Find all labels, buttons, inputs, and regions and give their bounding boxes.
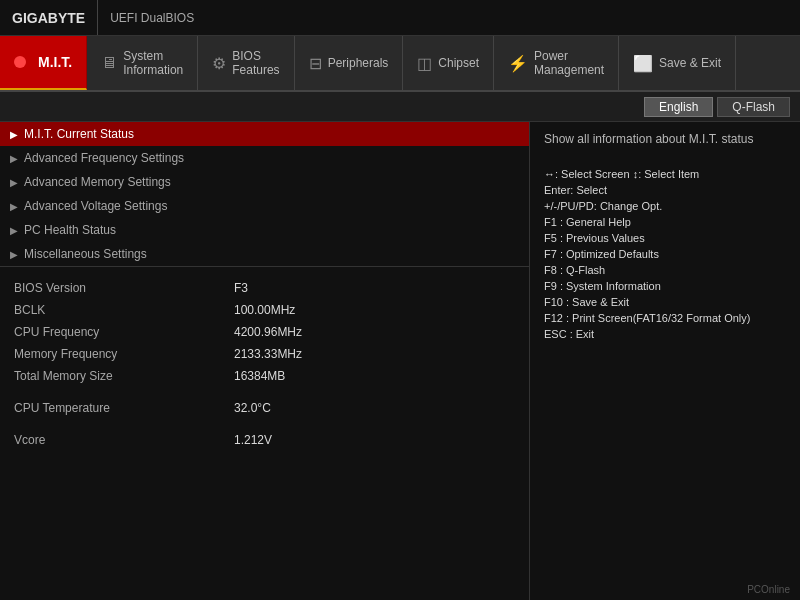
arrow-icon-4: ▶ xyxy=(10,225,18,236)
watermark-text: PCOnline xyxy=(747,584,790,595)
right-panel: Show all information about M.I.T. status… xyxy=(530,122,800,600)
bclk-label: BCLK xyxy=(14,303,234,317)
help-f10: F10 : Save & Exit xyxy=(544,294,786,310)
info-row-cpu-freq: CPU Frequency 4200.96MHz xyxy=(14,321,515,343)
top-bar: GIGABYTE UEFI DualBIOS xyxy=(0,0,800,36)
key-f9: F9 : System Information xyxy=(544,280,661,292)
english-button[interactable]: English xyxy=(644,97,713,117)
menu-item-misc-settings[interactable]: ▶ Miscellaneous Settings xyxy=(0,242,529,266)
bios-version-label: BIOS Version xyxy=(14,281,234,295)
help-f7: F7 : Optimized Defaults xyxy=(544,246,786,262)
tab-power-management[interactable]: ⚡ PowerManagement xyxy=(494,36,619,90)
help-f8: F8 : Q-Flash xyxy=(544,262,786,278)
system-info-icon: 🖥 xyxy=(101,54,117,72)
menu-label-0: M.I.T. Current Status xyxy=(24,127,134,141)
help-f1: F1 : General Help xyxy=(544,214,786,230)
key-f12: F12 : Print Screen(FAT16/32 Format Only) xyxy=(544,312,750,324)
key-f10: F10 : Save & Exit xyxy=(544,296,629,308)
help-esc: ESC : Exit xyxy=(544,326,786,342)
menu-item-mit-current-status[interactable]: ▶ M.I.T. Current Status xyxy=(0,122,529,146)
vcore-value: 1.212V xyxy=(234,433,272,447)
arrow-icon-1: ▶ xyxy=(10,153,18,164)
arrow-icon-2: ▶ xyxy=(10,177,18,188)
mit-description: Show all information about M.I.T. status xyxy=(544,132,786,146)
tab-save-exit[interactable]: ⬜ Save & Exit xyxy=(619,36,736,90)
help-select-screen: ↔: Select Screen ↕: Select Item xyxy=(544,166,786,182)
menu-item-advanced-frequency[interactable]: ▶ Advanced Frequency Settings xyxy=(0,146,529,170)
menu-items: ▶ M.I.T. Current Status ▶ Advanced Frequ… xyxy=(0,122,529,267)
help-f12: F12 : Print Screen(FAT16/32 Format Only) xyxy=(544,310,786,326)
key-f7: F7 : Optimized Defaults xyxy=(544,248,659,260)
arrow-icon-0: ▶ xyxy=(10,129,18,140)
key-esc: ESC : Exit xyxy=(544,328,594,340)
total-mem-value: 16384MB xyxy=(234,369,285,383)
cpu-freq-value: 4200.96MHz xyxy=(234,325,302,339)
brand-logo: GIGABYTE xyxy=(0,0,98,35)
key-select-screen: ↔: Select Screen ↕: Select Item xyxy=(544,168,699,180)
arrow-icon-5: ▶ xyxy=(10,249,18,260)
tab-saveexit-label: Save & Exit xyxy=(659,56,721,70)
tab-power-label: PowerManagement xyxy=(534,49,604,78)
save-exit-icon: ⬜ xyxy=(633,54,653,73)
key-enter: Enter: Select xyxy=(544,184,607,196)
mit-dot xyxy=(14,56,26,68)
tab-bios-label: BIOSFeatures xyxy=(232,49,279,78)
tab-sysinfo-label: SystemInformation xyxy=(123,49,183,78)
qflash-button[interactable]: Q-Flash xyxy=(717,97,790,117)
tab-chipset-label: Chipset xyxy=(438,56,479,70)
tab-bios-features[interactable]: ⚙ BIOSFeatures xyxy=(198,36,294,90)
peripherals-icon: ⊟ xyxy=(309,54,322,73)
spacer-2 xyxy=(14,419,515,429)
tab-peripherals-label: Peripherals xyxy=(328,56,389,70)
help-enter: Enter: Select xyxy=(544,182,786,198)
chipset-icon: ◫ xyxy=(417,54,432,73)
key-change-opt: +/-/PU/PD: Change Opt. xyxy=(544,200,662,212)
tab-mit-label: M.I.T. xyxy=(38,54,72,70)
bios-version-value: F3 xyxy=(234,281,248,295)
arrow-icon-3: ▶ xyxy=(10,201,18,212)
info-row-total-mem: Total Memory Size 16384MB xyxy=(14,365,515,387)
cpu-temp-label: CPU Temperature xyxy=(14,401,234,415)
key-f5: F5 : Previous Values xyxy=(544,232,645,244)
tab-system-information[interactable]: 🖥 SystemInformation xyxy=(87,36,198,90)
menu-label-4: PC Health Status xyxy=(24,223,116,237)
tab-mit[interactable]: M.I.T. xyxy=(0,36,87,90)
info-row-bclk: BCLK 100.00MHz xyxy=(14,299,515,321)
watermark: PCOnline xyxy=(747,584,790,595)
menu-label-2: Advanced Memory Settings xyxy=(24,175,171,189)
left-panel: ▶ M.I.T. Current Status ▶ Advanced Frequ… xyxy=(0,122,530,600)
language-bar: English Q-Flash xyxy=(0,92,800,122)
info-table: BIOS Version F3 BCLK 100.00MHz CPU Frequ… xyxy=(0,267,529,600)
menu-item-advanced-memory[interactable]: ▶ Advanced Memory Settings xyxy=(0,170,529,194)
brand-name: GIGABYTE xyxy=(12,10,85,26)
info-row-vcore: Vcore 1.212V xyxy=(14,429,515,451)
total-mem-label: Total Memory Size xyxy=(14,369,234,383)
cpu-temp-value: 32.0°C xyxy=(234,401,271,415)
uefi-label: UEFI DualBIOS xyxy=(98,11,206,25)
menu-label-1: Advanced Frequency Settings xyxy=(24,151,184,165)
power-icon: ⚡ xyxy=(508,54,528,73)
info-row-cpu-temp: CPU Temperature 32.0°C xyxy=(14,397,515,419)
nav-tabs: M.I.T. 🖥 SystemInformation ⚙ BIOSFeature… xyxy=(0,36,800,92)
vcore-label: Vcore xyxy=(14,433,234,447)
help-f9: F9 : System Information xyxy=(544,278,786,294)
info-row-bios: BIOS Version F3 xyxy=(14,277,515,299)
main-content: ▶ M.I.T. Current Status ▶ Advanced Frequ… xyxy=(0,122,800,600)
spacer-1 xyxy=(14,387,515,397)
bios-icon: ⚙ xyxy=(212,54,226,73)
key-f8: F8 : Q-Flash xyxy=(544,264,605,276)
menu-item-pc-health[interactable]: ▶ PC Health Status xyxy=(0,218,529,242)
mem-freq-label: Memory Frequency xyxy=(14,347,234,361)
info-row-mem-freq: Memory Frequency 2133.33MHz xyxy=(14,343,515,365)
cpu-freq-label: CPU Frequency xyxy=(14,325,234,339)
tab-chipset[interactable]: ◫ Chipset xyxy=(403,36,494,90)
help-f5: F5 : Previous Values xyxy=(544,230,786,246)
help-change-opt: +/-/PU/PD: Change Opt. xyxy=(544,198,786,214)
keyboard-help: ↔: Select Screen ↕: Select Item Enter: S… xyxy=(544,166,786,342)
menu-label-5: Miscellaneous Settings xyxy=(24,247,147,261)
menu-label-3: Advanced Voltage Settings xyxy=(24,199,167,213)
menu-item-advanced-voltage[interactable]: ▶ Advanced Voltage Settings xyxy=(0,194,529,218)
mem-freq-value: 2133.33MHz xyxy=(234,347,302,361)
key-f1: F1 : General Help xyxy=(544,216,631,228)
tab-peripherals[interactable]: ⊟ Peripherals xyxy=(295,36,404,90)
